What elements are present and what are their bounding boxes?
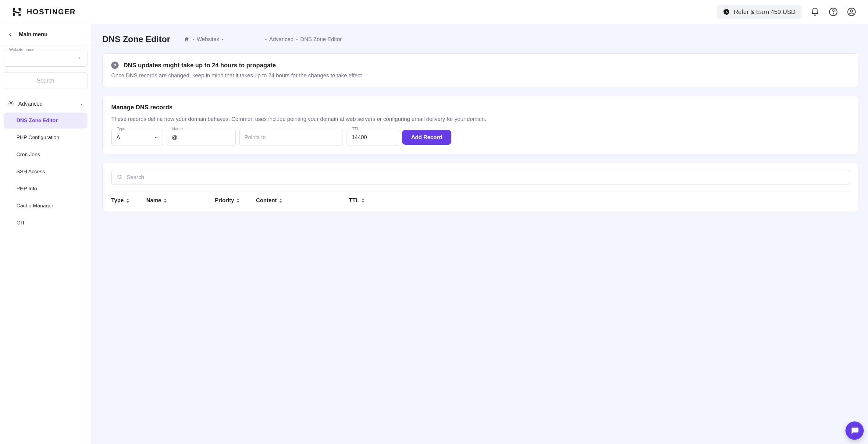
manage-title: Manage DNS records [111,104,850,111]
record-points-to-input[interactable] [239,129,343,146]
sidebar-item-label: DNS Zone Editor [17,117,58,123]
ttl-field-label: TTL [351,126,360,131]
sidebar-item-php-configuration[interactable]: PHP Configuration [4,130,88,145]
sidebar-item-cache-manager[interactable]: Cache Manager [4,198,88,214]
brand-logo[interactable]: HOSTINGER [11,7,76,17]
sidebar-item-label: PHP Configuration [17,135,59,140]
sort-icon [237,199,240,203]
record-name-input[interactable] [167,129,236,146]
website-selector-label: Website name [8,47,36,52]
record-type-select[interactable]: A [111,129,163,146]
col-header-ttl[interactable]: TTL [349,197,379,204]
gear-icon [8,100,14,108]
breadcrumb-sep: - [192,36,194,43]
website-selector[interactable] [4,49,88,67]
help-icon[interactable] [828,7,838,17]
sidebar-group-label: Advanced [18,101,43,107]
page-title: DNS Zone Editor [102,34,170,44]
sidebar-item-label: PHP Info [17,186,37,192]
sidebar-item-dns-zone-editor[interactable]: DNS Zone Editor [4,113,88,129]
sort-icon [126,199,129,203]
sidebar-group-advanced[interactable]: Advanced [4,97,88,111]
sidebar-item-ssh-access[interactable]: SSH Access [4,164,88,180]
refer-earn-label: Refer & Earn 450 USD [734,8,796,15]
sidebar-item-label: SSH Access [17,169,45,174]
sidebar-item-label: Cron Jobs [17,152,40,158]
svg-point-6 [118,175,121,178]
breadcrumb-sep: - [222,36,223,43]
col-header-name[interactable]: Name [146,197,215,204]
info-icon: ? [111,62,119,69]
propagation-notice: ? DNS updates might take up to 24 hours … [102,53,859,87]
sidebar-search-input[interactable] [4,72,88,89]
sidebar-item-label: GIT [17,220,25,226]
refer-earn-button[interactable]: % Refer & Earn 450 USD [717,5,802,19]
record-ttl-input[interactable] [346,129,398,146]
svg-point-5 [10,103,12,104]
account-icon[interactable] [847,7,857,17]
sort-icon [362,199,365,203]
col-header-content[interactable]: Content [256,197,349,204]
records-search-input[interactable] [127,174,844,180]
main-menu-back[interactable]: Main menu [0,24,91,45]
caret-up-icon [80,101,83,107]
svg-text:%: % [725,10,727,14]
main-menu-label: Main menu [19,31,48,38]
add-record-label: Add Record [411,134,442,140]
manage-dns-card: Manage DNS records These records define … [102,96,859,154]
col-header-type[interactable]: Type [111,197,146,204]
discount-badge-icon: % [723,8,730,15]
caret-down-icon [78,57,82,60]
brand-text: HOSTINGER [27,8,76,16]
search-icon [117,174,123,180]
breadcrumb-websites[interactable]: Websites [196,36,219,43]
name-field-label: Name [171,126,184,131]
brand-mark-icon [11,7,22,17]
sidebar-item-php-info[interactable]: PHP Info [4,181,88,197]
svg-point-2 [833,13,834,14]
notifications-icon[interactable] [810,7,820,17]
records-search[interactable] [111,170,850,185]
records-table-header: Type Name Priority Content TTL [111,192,850,209]
chat-launcher[interactable] [845,421,864,440]
breadcrumb: - Websites - - Advanced - DNS Zone Edito… [177,36,342,43]
breadcrumb-sep: - [296,36,298,43]
record-type-value: A [117,134,120,141]
type-field-label: Type [116,126,126,131]
breadcrumb-current: DNS Zone Editor [300,36,342,43]
notice-body: Once DNS records are changed, keep in mi… [111,72,850,79]
breadcrumb-sep: - [265,36,267,43]
col-header-priority[interactable]: Priority [215,197,256,204]
sidebar-item-label: Cache Manager [17,203,53,209]
chevron-left-icon [8,33,12,37]
sidebar-item-git[interactable]: GIT [4,215,88,231]
notice-title: DNS updates might take up to 24 hours to… [123,62,276,69]
sort-icon [279,199,282,203]
home-icon[interactable] [184,36,190,42]
add-record-button[interactable]: Add Record [402,130,452,145]
caret-down-icon [154,134,158,141]
breadcrumb-advanced[interactable]: Advanced [269,36,293,43]
records-list-card: Type Name Priority Content TTL [102,163,859,212]
manage-description: These records define how your domain beh… [111,115,850,123]
svg-point-4 [850,10,853,12]
chat-icon [850,426,859,435]
sort-icon [164,199,167,203]
sidebar-item-cron-jobs[interactable]: Cron Jobs [4,147,88,163]
